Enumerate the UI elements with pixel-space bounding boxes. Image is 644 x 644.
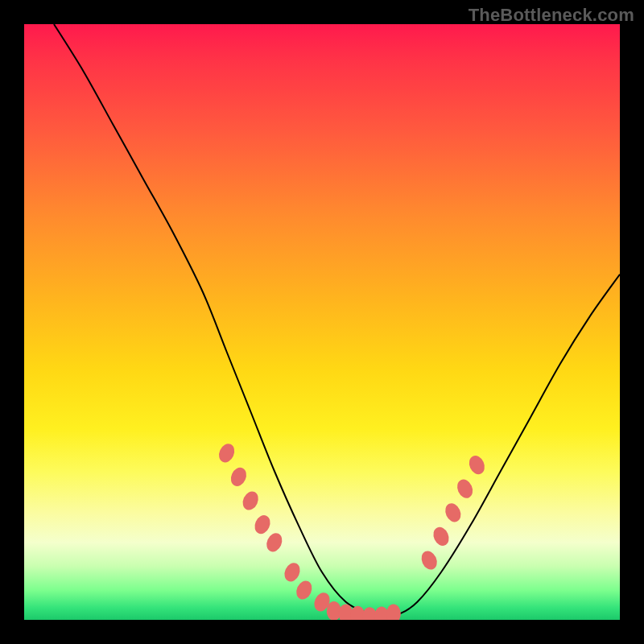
plot-area	[24, 24, 620, 620]
marker-dot	[454, 477, 475, 501]
marker-dot	[264, 530, 285, 554]
outer-frame: TheBottleneck.com	[0, 0, 644, 644]
watermark-text: TheBottleneck.com	[469, 5, 634, 26]
marker-dot	[466, 453, 487, 477]
marker-dot	[419, 548, 440, 572]
bottleneck-curve	[54, 24, 620, 617]
marker-dot	[386, 605, 401, 620]
chart-svg	[24, 24, 620, 620]
highlight-markers	[216, 441, 487, 620]
marker-dot	[216, 441, 237, 464]
marker-dot	[294, 578, 315, 601]
marker-dot	[443, 501, 464, 524]
marker-dot	[431, 525, 452, 548]
marker-dot	[282, 560, 303, 584]
marker-dot	[252, 513, 273, 536]
marker-dot	[228, 465, 249, 489]
marker-dot	[240, 489, 261, 512]
